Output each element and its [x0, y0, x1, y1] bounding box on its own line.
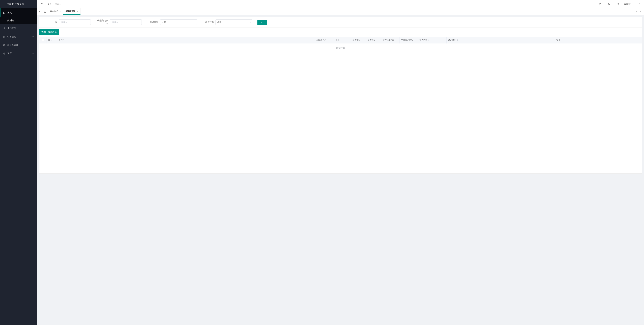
app-title: 代理商后台系统: [0, 0, 37, 9]
tabs-next-button[interactable]: [634, 9, 639, 15]
svg-point-8: [639, 5, 640, 5]
col-locktime[interactable]: 锁定时间 ▲▼: [446, 37, 475, 44]
menu-label: 主页: [8, 11, 32, 14]
chevron-down-icon: ▼: [32, 44, 34, 46]
submenu-console[interactable]: 控制台: [0, 17, 37, 24]
chevron-down-icon: ▾: [250, 21, 251, 23]
col-headratio: 头寸比例(%): [381, 37, 400, 44]
submenu-label: 控制台: [8, 19, 14, 22]
menu-label: 用户管理: [8, 27, 32, 30]
table-toolbar: 添加下级代理商: [39, 28, 642, 37]
collapse-sidebar-button[interactable]: [39, 2, 44, 7]
chevron-down-icon: ▼: [32, 53, 34, 55]
tabs-bar: 用户管理 ✕ 代理商管理 ✕: [37, 9, 644, 15]
search-button[interactable]: [258, 20, 267, 25]
col-label: 上级用户名: [316, 39, 326, 42]
tab-agents[interactable]: 代理商管理 ✕: [63, 9, 80, 15]
col-id[interactable]: ID ▲▼: [46, 37, 57, 44]
close-icon[interactable]: ✕: [77, 10, 78, 13]
chevron-down-icon: ▼: [32, 28, 34, 29]
tab-users[interactable]: 用户管理 ✕: [48, 9, 63, 15]
caret-down-icon: ▼: [631, 3, 633, 5]
svg-point-3: [4, 45, 5, 46]
close-icon[interactable]: ✕: [59, 11, 61, 13]
col-action: 操作: [475, 37, 642, 44]
menu-label: 订单管理: [8, 35, 32, 38]
chevron-up-icon: ▲: [32, 12, 34, 14]
menu-funds[interactable]: 出入金管理 ▼: [0, 41, 37, 49]
fullscreen-button[interactable]: [615, 2, 620, 7]
menu-home[interactable]: 主页 ▲: [0, 9, 37, 17]
main: 代理商 ▼ 用户管理 ✕ 代理商管理 ✕: [37, 0, 644, 325]
tab-home[interactable]: [42, 9, 48, 15]
col-label: 加入时间: [420, 39, 428, 42]
tag-button[interactable]: [606, 2, 611, 7]
filter-lock-select[interactable]: 不限 ▾: [160, 20, 197, 25]
menu-users[interactable]: 用户管理 ▼: [0, 24, 37, 33]
sort-icon: ▲▼: [50, 39, 52, 41]
menu-label: 设置: [8, 52, 32, 55]
select-all-checkbox[interactable]: [42, 39, 44, 41]
message-button[interactable]: [598, 2, 602, 7]
svg-point-6: [639, 3, 640, 4]
tabs-prev-button[interactable]: [38, 9, 42, 15]
chevron-down-icon: ▾: [194, 21, 196, 23]
col-label: 操作: [556, 39, 560, 42]
col-jointime[interactable]: 加入时间 ▲▼: [418, 37, 446, 44]
sort-icon: ▲▼: [428, 39, 430, 41]
select-value: 不限: [162, 21, 166, 24]
home-icon: [3, 11, 6, 14]
filter-lock-label: 是否锁定: [147, 21, 160, 24]
more-button[interactable]: [637, 2, 642, 7]
tab-label: 代理商管理: [65, 10, 75, 13]
svg-point-0: [4, 28, 5, 28]
table-empty: 暂无数据: [39, 44, 642, 53]
svg-point-4: [4, 53, 5, 54]
svg-point-9: [261, 22, 263, 23]
tabs-menu-button[interactable]: [639, 9, 643, 15]
filter-pullnew-label: 是否拉新: [202, 21, 216, 24]
search-input[interactable]: [55, 3, 88, 5]
col-select-all[interactable]: [39, 37, 46, 44]
content: ID 代理商用户名 是否锁定 不限 ▾: [37, 15, 644, 325]
table-header: ID ▲▼ 用户名 上级用户名 等级: [39, 37, 642, 44]
refresh-button[interactable]: [47, 2, 52, 7]
col-label: 是否锁定: [352, 39, 360, 42]
col-locked: 是否锁定: [351, 37, 366, 44]
filter-form: ID 代理商用户名 是否锁定 不限 ▾: [39, 17, 642, 28]
col-username: 用户名: [57, 37, 315, 44]
card: ID 代理商用户名 是否锁定 不限 ▾: [39, 17, 642, 174]
agents-table: ID ▲▼ 用户名 上级用户名 等级: [39, 37, 642, 173]
svg-rect-2: [4, 45, 5, 46]
filter-agent-input[interactable]: [110, 20, 142, 25]
col-pullnew: 是否拉新: [366, 37, 381, 44]
chevron-down-icon: ▼: [32, 36, 34, 38]
user-label: 代理商: [624, 3, 630, 6]
select-value: 不限: [217, 21, 222, 24]
filter-id-label: ID: [42, 21, 59, 24]
col-level: 等级: [334, 37, 351, 44]
filter-agent-label: 代理商用户名: [96, 19, 110, 25]
menu-label: 出入金管理: [8, 44, 32, 47]
filter-id-input[interactable]: [59, 20, 91, 25]
col-label: 是否拉新: [368, 39, 376, 42]
sidebar: 代理商后台系统 主页 ▲ 控制台 用户管理 ▼ 订单管理 ▼: [0, 0, 37, 325]
col-label: 等级: [336, 39, 340, 42]
svg-point-5: [608, 4, 608, 4]
col-label: 用户名: [58, 39, 64, 42]
user-icon: [3, 27, 6, 30]
col-feeratio: 手续费比例(...: [400, 37, 418, 44]
tab-label: 用户管理: [50, 10, 58, 13]
user-dropdown[interactable]: 代理商 ▼: [624, 3, 633, 6]
menu-settings[interactable]: 设置 ▼: [0, 49, 37, 58]
col-label: 锁定时间: [448, 39, 456, 42]
gear-icon: [3, 52, 6, 55]
topbar: 代理商 ▼: [37, 0, 644, 9]
add-sub-agent-button[interactable]: 添加下级代理商: [39, 29, 59, 35]
global-search: [55, 3, 598, 5]
col-label: 头寸比例(%): [382, 39, 394, 42]
menu-orders[interactable]: 订单管理 ▼: [0, 33, 37, 41]
filter-pullnew-select[interactable]: 不限 ▾: [216, 20, 252, 25]
col-label: ID: [48, 39, 50, 41]
money-icon: [3, 44, 6, 47]
